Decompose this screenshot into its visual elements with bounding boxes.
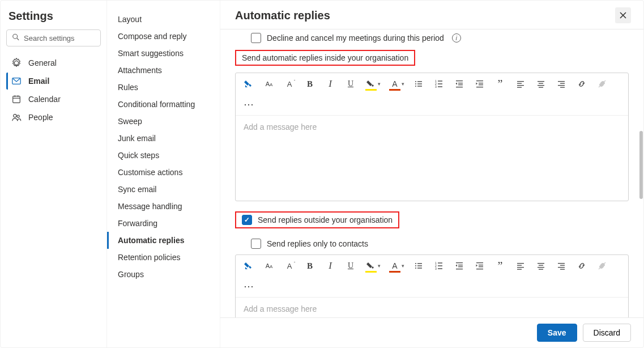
svg-rect-69 [539,265,543,266]
svg-rect-70 [538,267,544,268]
category-email[interactable]: Email [6,73,101,90]
svg-rect-29 [479,84,483,85]
indent-button[interactable] [474,260,486,272]
more-options-button[interactable] [242,280,255,292]
align-center-button[interactable] [535,260,547,272]
outside-checkbox[interactable] [242,215,252,225]
bold-button[interactable]: B [304,260,316,272]
bullets-button[interactable] [412,260,425,272]
subnav-messagehandling[interactable]: Message handling [107,198,220,215]
highlight-button[interactable] [365,260,377,272]
font-family-icon[interactable]: AA [263,260,275,272]
svg-rect-28 [479,83,483,83]
more-options-button[interactable] [242,98,255,111]
font-color-button[interactable]: A [389,260,401,272]
italic-button[interactable]: I [324,78,336,90]
align-right-button[interactable] [555,260,568,272]
svg-point-48 [415,268,416,269]
outdent-button[interactable] [453,260,466,272]
svg-rect-30 [476,87,483,87]
category-label: Calendar [28,95,61,104]
font-size-icon[interactable]: Aˇ [283,78,296,90]
outside-editor: AA Aˇ B I U ▾ A▾ 123 [235,254,629,317]
subnav-forwarding[interactable]: Forwarding [107,215,220,232]
svg-rect-67 [517,269,522,270]
category-calendar[interactable]: Calendar [6,91,101,108]
underline-button[interactable]: U [344,78,357,90]
save-button[interactable]: Save [537,324,577,342]
svg-rect-20 [438,83,442,84]
inside-toolbar: AA Aˇ B I U ▾ A▾ 123 [236,73,628,116]
link-button[interactable] [575,78,588,90]
link-button[interactable] [575,260,588,272]
font-color-button[interactable]: A [389,78,401,90]
info-icon[interactable]: i [452,33,461,43]
svg-point-0 [13,34,18,39]
search-input[interactable] [6,29,101,46]
people-icon [11,112,22,122]
chevron-down-icon[interactable]: ▾ [402,81,404,87]
close-button[interactable] [615,7,631,23]
subnav-sweep[interactable]: Sweep [107,113,220,130]
svg-rect-59 [456,269,463,269]
inside-editor-body[interactable]: Add a message here [236,116,628,201]
subnav-smart[interactable]: Smart suggestions [107,45,220,62]
unlink-button[interactable] [596,260,608,272]
quote-button[interactable] [494,260,506,272]
subnav-customise[interactable]: Customise actions [107,164,220,181]
svg-rect-32 [517,83,522,84]
subnav-conditional[interactable]: Conditional formatting [107,96,220,113]
subnav-rules[interactable]: Rules [107,79,220,96]
svg-rect-37 [538,85,544,86]
chevron-down-icon[interactable]: ▾ [402,263,404,269]
align-right-button[interactable] [555,78,568,90]
svg-point-15 [415,86,416,87]
contacts-only-checkbox[interactable] [251,239,261,249]
discard-button[interactable]: Discard [583,324,631,342]
svg-rect-53 [438,265,442,266]
highlight-button[interactable] [365,78,377,90]
align-center-button[interactable] [535,78,547,90]
subnav-automaticreplies[interactable]: Automatic replies [107,232,220,249]
chevron-down-icon[interactable]: ▾ [378,263,381,269]
scrollbar[interactable] [639,131,643,199]
align-left-button[interactable] [514,260,527,272]
contacts-only-label: Send replies only to contacts [267,239,368,248]
svg-rect-72 [558,263,565,264]
outside-editor-body[interactable]: Add a message here [236,298,628,317]
format-painter-icon[interactable] [242,78,255,90]
bold-button[interactable]: B [304,78,316,90]
subnav-layout[interactable]: Layout [107,11,220,28]
bullets-button[interactable] [412,78,425,90]
align-left-button[interactable] [514,78,527,90]
numbering-button[interactable]: 123 [433,260,445,272]
italic-button[interactable]: I [324,260,336,272]
indent-button[interactable] [474,78,486,90]
outdent-button[interactable] [453,78,466,90]
subnav-sync[interactable]: Sync email [107,181,220,198]
font-size-icon[interactable]: Aˇ [283,260,296,272]
svg-rect-61 [479,265,483,265]
subnav-retention[interactable]: Retention policies [107,249,220,266]
subnav-compose[interactable]: Compose and reply [107,28,220,45]
decline-meetings-checkbox[interactable] [251,33,261,43]
subnav-quicksteps[interactable]: Quick steps [107,147,220,164]
chevron-down-icon[interactable]: ▾ [378,81,381,87]
font-family-icon[interactable]: AA [263,78,275,90]
svg-point-7 [14,114,16,117]
subnav-attachments[interactable]: Attachments [107,62,220,79]
category-people[interactable]: People [6,109,101,126]
decline-meetings-label: Decline and cancel my meetings during th… [267,33,444,43]
mail-icon [11,76,22,86]
underline-button[interactable]: U [344,260,357,272]
quote-button[interactable] [494,78,506,90]
subnav-groups[interactable]: Groups [107,266,220,283]
svg-text:3: 3 [435,267,437,270]
category-general[interactable]: General [6,54,101,71]
svg-text:3: 3 [435,85,437,88]
unlink-button[interactable] [596,78,608,90]
format-painter-icon[interactable] [242,260,255,272]
subnav-junk[interactable]: Junk email [107,130,220,147]
svg-rect-18 [438,80,442,81]
numbering-button[interactable]: 123 [433,78,445,90]
